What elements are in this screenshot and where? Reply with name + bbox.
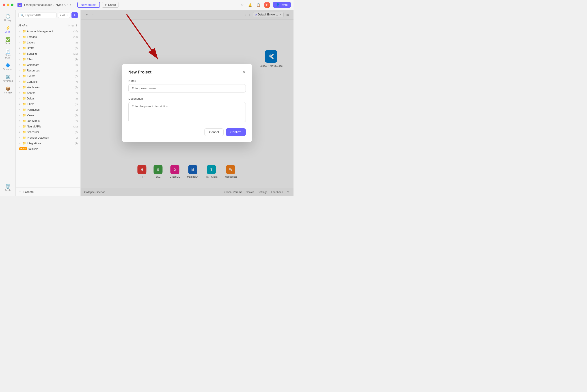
modal-overlay: New Project ✕ Name Description Cancel Co…	[81, 10, 294, 196]
chevron-right-icon: ›	[19, 36, 22, 38]
folder-icon: 📁	[22, 86, 26, 89]
tree-item[interactable]: › 📁 Calendars (8)	[16, 62, 80, 68]
cancel-button[interactable]: Cancel	[204, 128, 224, 136]
chevron-right-icon: ›	[19, 64, 22, 66]
folder-icon: 📁	[22, 91, 26, 94]
project-name-input[interactable]	[128, 84, 246, 92]
sidebar-item-share-docs[interactable]: 📄 Share Docs	[1, 48, 14, 61]
refresh-icon[interactable]: ↻	[240, 2, 245, 8]
tree-item-count: (7)	[75, 80, 78, 83]
tree-item[interactable]: › 📁 Scheduler (6)	[16, 129, 80, 135]
create-button[interactable]: ＋ + Create	[18, 190, 78, 194]
folder-icon: 📁	[22, 35, 26, 38]
tree-item[interactable]: › 📁 Deltas (5)	[16, 96, 80, 101]
refresh-small-icon[interactable]: ↻	[68, 24, 70, 27]
avatar[interactable]: F	[264, 2, 270, 8]
tree-item[interactable]: › 📁 Webhooks (5)	[16, 84, 80, 90]
tree-item[interactable]: › 📁 Views (3)	[16, 112, 80, 118]
confirm-button[interactable]: Confirm	[226, 128, 246, 136]
bell-icon[interactable]: 🔔	[247, 2, 253, 8]
tree-item-count: (1)	[75, 136, 78, 139]
sidebar-footer: ＋ + Create	[16, 187, 80, 196]
tree-item[interactable]: › 📁 Threads (13)	[16, 34, 80, 40]
all-filter[interactable]: All ▼	[58, 12, 70, 18]
tree-item[interactable]: › 📁 Labels (5)	[16, 40, 80, 45]
chevron-right-icon: ›	[19, 114, 22, 116]
search-input-wrap: 🔍	[18, 12, 57, 18]
tree-item[interactable]: › 📁 Job Status (2)	[16, 118, 80, 124]
project-desc-input[interactable]	[128, 102, 246, 122]
tree-item-count: (3)	[75, 114, 78, 117]
chevron-right-icon: ›	[19, 47, 22, 49]
post-login-item[interactable]: POST login API	[16, 146, 80, 152]
tree-item-count: (4)	[75, 58, 78, 61]
sidebar-item-manage[interactable]: 📦 Manage	[1, 85, 14, 96]
share-docs-icon: 📄	[6, 49, 10, 53]
tree-item[interactable]: › 📁 Filters (1)	[16, 101, 80, 107]
invite-button[interactable]: 👤 Invite	[273, 2, 291, 8]
modal-title: New Project	[128, 70, 152, 74]
sidebar-item-trash[interactable]: 🗑️ Trash	[1, 182, 14, 193]
sidebar-item-history[interactable]: 🕐 History	[1, 12, 14, 23]
share-button[interactable]: ⬆ Share	[102, 2, 119, 8]
folder-icon: 📁	[22, 74, 26, 78]
tree-item-count: (5)	[75, 41, 78, 44]
tree-item-label: Account Management	[27, 30, 72, 33]
name-field-label: Name	[128, 79, 246, 82]
search-input[interactable]	[25, 14, 43, 17]
tree-item[interactable]: › 📁 Resources (1)	[16, 68, 80, 73]
tree-item-label: Webhooks	[27, 86, 74, 89]
tree-item[interactable]: › 📁 Drafts (6)	[16, 45, 80, 51]
tree-item-label: Deltas	[27, 97, 74, 100]
workspace-name: Frank personal space	[24, 3, 52, 6]
tree-item-label: Filters	[27, 102, 74, 106]
tree-item[interactable]: › 📁 Account Management (10)	[16, 28, 80, 34]
sidebar-item-apis[interactable]: ⚡ APIs	[1, 24, 14, 35]
project-name[interactable]: Nylas API ▼	[56, 3, 72, 6]
maximize-button[interactable]	[11, 4, 14, 6]
chevron-right-icon: ›	[19, 131, 22, 133]
tree-item[interactable]: › 📁 Events (7)	[16, 73, 80, 79]
close-button[interactable]	[3, 4, 6, 6]
tree-item-label: Provider Detection	[27, 136, 74, 139]
chevron-right-icon: ›	[19, 92, 22, 94]
tree-item-count: (6)	[75, 131, 78, 134]
tree-item[interactable]: › 📁 Provider Detection (1)	[16, 135, 80, 140]
chevron-right-icon: ›	[19, 80, 22, 83]
schemas-icon: 🔷	[6, 64, 10, 68]
dot-indicator	[60, 14, 62, 16]
tree-item[interactable]: › 📁 Files (4)	[16, 56, 80, 62]
chevron-right-icon: ›	[19, 41, 22, 44]
manage-icon: 📦	[6, 87, 10, 91]
sidebar-item-tests[interactable]: ✅ Tests	[1, 36, 14, 46]
tree-item[interactable]: › 📁 Contacts (7)	[16, 79, 80, 84]
tree-header-icons: ↻ ◎ ⬇	[68, 24, 78, 27]
target-icon[interactable]: ◎	[72, 24, 74, 27]
title-bar-actions: New project ⬆ Share	[77, 2, 119, 8]
main-content: ＋ ··· ‹ › D Default Environ... ▼ ⊞	[81, 10, 294, 196]
folder-icon: 📁	[22, 136, 26, 139]
main-layout: 🕐 History ⚡ APIs ✅ Tests 📄 Share Docs 🔷 …	[0, 10, 294, 196]
tree-item-label: Integrations	[27, 142, 74, 145]
apis-icon: ⚡	[6, 26, 10, 30]
note-icon[interactable]: 📋	[256, 2, 261, 8]
tree-item-label: Labels	[27, 41, 74, 44]
new-project-button[interactable]: New project	[77, 2, 100, 8]
tree-item[interactable]: › 📁 Neural APIs (10)	[16, 124, 80, 129]
tree-item-count: (5)	[75, 97, 78, 100]
add-button[interactable]: +	[72, 12, 78, 18]
sidebar-item-advanced[interactable]: ⚙️ Advanced	[1, 73, 14, 84]
sidebar-item-schemas[interactable]: 🔷 Schemas	[1, 62, 14, 72]
tree-item[interactable]: › 📁 Pagination (1)	[16, 107, 80, 112]
tree-item[interactable]: › 📁 Sending (10)	[16, 51, 80, 56]
folder-icon: 📁	[22, 102, 26, 106]
chevron-right-icon: ›	[19, 103, 22, 105]
tree-item[interactable]: › 📁 Integrations (4)	[16, 140, 80, 146]
tree-item[interactable]: › 📁 Search (2)	[16, 90, 80, 96]
folder-icon: 📁	[22, 119, 26, 122]
minimize-button[interactable]	[7, 4, 10, 6]
chevron-right-icon: ›	[19, 97, 22, 100]
title-bar-right: ↻ 🔔 📋 F 👤 Invite	[240, 2, 291, 8]
modal-close-button[interactable]: ✕	[242, 70, 246, 74]
sort-icon[interactable]: ⬇	[76, 24, 78, 27]
